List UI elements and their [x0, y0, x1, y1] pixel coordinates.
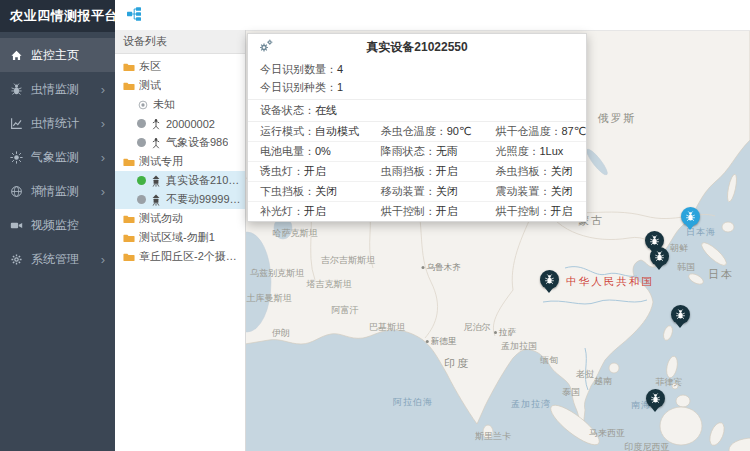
folder-icon: [123, 80, 135, 92]
device-tree-row[interactable]: 测试区域-勿删1: [115, 228, 245, 247]
field-label: 烘干控制：: [495, 205, 550, 217]
recognition-count-row: 今日识别数量：4: [248, 60, 586, 78]
device-detail-popup: 真实设备21022550 今日识别数量：4今日识别种类：1 设备状态：在线 运行…: [247, 33, 587, 222]
chevron-right-icon: ›: [101, 83, 105, 96]
field-label: 杀虫挡板：: [495, 165, 550, 177]
folder-icon: [123, 156, 135, 168]
device-tree-label: 东区: [139, 59, 161, 74]
sidebar-item[interactable]: 气象监测›: [0, 140, 115, 174]
device-tree-row[interactable]: 未知: [115, 95, 245, 114]
folder-icon: [123, 232, 135, 244]
field-value: 关闭: [315, 185, 337, 197]
map-marker-device[interactable]: [671, 305, 690, 324]
sidebar-item-label: 虫情统计: [31, 115, 101, 132]
metric-cell: 烘干控制：开启: [369, 204, 484, 219]
device-status-row: 设备状态：在线: [248, 99, 586, 122]
sidebar-item-label: 系统管理: [31, 251, 101, 268]
metric-cell: 运行模式：自动模式: [248, 124, 369, 139]
device-tree-label: 不要动99999999: [166, 192, 245, 207]
device-tree-row[interactable]: 不要动99999999: [115, 190, 245, 209]
metric-row: 诱虫灯：开启虫雨挡板：开启杀虫挡板：关闭: [248, 162, 586, 182]
metric-cell: 下虫挡板：关闭: [248, 184, 369, 199]
metric-cell: 杀虫挡板：关闭: [483, 164, 586, 179]
field-value: 关闭: [550, 165, 572, 177]
popup-title: 真实设备21022550: [366, 39, 467, 56]
field-label: 运行模式：: [260, 125, 315, 137]
gear-icon: [10, 253, 23, 266]
recognition-count-row: 今日识别种类：1: [248, 78, 586, 96]
sidebar-item-label: 虫情监测: [31, 81, 101, 98]
metric-cell: 光照度：1Lux: [483, 144, 586, 159]
sidebar-item[interactable]: 系统管理›: [0, 242, 115, 276]
field-value: 关闭: [436, 185, 458, 197]
metric-row: 运行模式：自动模式杀虫仓温度：90℃烘干仓温度：87℃: [248, 122, 586, 142]
tree-toggle-icon: [126, 6, 142, 22]
sidebar-menu: 监控主页虫情监测›虫情统计›气象监测›墒情监测›视频监控系统管理›: [0, 32, 115, 276]
field-label: 杀虫仓温度：: [381, 125, 447, 137]
device-tree-row[interactable]: 20000002: [115, 114, 245, 133]
metric-cell: 诱虫灯：开启: [248, 164, 369, 179]
sidebar-item[interactable]: 虫情监测›: [0, 72, 115, 106]
sidebar-item-label: 气象监测: [31, 149, 101, 166]
device-metrics-grid: 运行模式：自动模式杀虫仓温度：90℃烘干仓温度：87℃电池电量：0%降雨状态：无…: [248, 122, 586, 221]
field-label: 补光灯：: [260, 205, 304, 217]
device-tree-label: 20000002: [166, 118, 215, 130]
popup-header: 真实设备21022550: [248, 34, 586, 60]
metric-row: 补光灯：开启烘干控制：开启烘干控制：开启: [248, 202, 586, 221]
device-tree-row[interactable]: 测试专用: [115, 152, 245, 171]
field-value: 在线: [315, 104, 337, 116]
sidebar-item-label: 监控主页: [31, 47, 105, 64]
trap-icon: [150, 175, 162, 187]
sidebar-item-label: 墒情监测: [31, 183, 101, 200]
device-panel-toggle-button[interactable]: [125, 6, 143, 24]
field-value: 87℃: [561, 125, 586, 137]
station-icon: [150, 118, 162, 130]
field-label: 虫雨挡板：: [381, 165, 436, 177]
folder-icon: [123, 213, 135, 225]
field-value: 90℃: [447, 125, 472, 137]
bug-icon: [650, 393, 661, 404]
offline-status-dot: [137, 138, 146, 147]
field-label: 今日识别数量：: [260, 63, 337, 75]
field-value: 开启: [436, 205, 458, 217]
device-tree-row[interactable]: 测试勿动: [115, 209, 245, 228]
field-label: 烘干仓温度：: [495, 125, 561, 137]
map-marker-blue[interactable]: [681, 207, 700, 226]
device-list-title: 设备列表: [115, 30, 245, 54]
field-value: 1: [337, 81, 343, 93]
device-tree-row[interactable]: 东区: [115, 57, 245, 76]
device-tree-label: 测试: [139, 78, 161, 93]
device-tree-row[interactable]: 测试: [115, 76, 245, 95]
bug-icon: [654, 251, 665, 262]
map-marker-device[interactable]: [540, 270, 559, 289]
station-icon: [150, 137, 162, 149]
metric-cell: 移动装置：关闭: [369, 184, 484, 199]
metric-cell: 烘干仓温度：87℃: [483, 124, 586, 139]
metric-cell: 电池电量：0%: [248, 144, 369, 159]
trap-icon: [150, 194, 162, 206]
sidebar-item[interactable]: 监控主页: [0, 38, 115, 72]
signal-icon: [137, 99, 149, 111]
device-tree: 东区测试未知20000002气象设备986测试专用真实设备21022550不要动…: [115, 54, 245, 266]
map-marker-device[interactable]: [650, 247, 669, 266]
field-value: 开启: [550, 205, 572, 217]
sidebar-item[interactable]: 视频监控: [0, 208, 115, 242]
field-value: 开启: [304, 205, 326, 217]
popup-counts: 今日识别数量：4今日识别种类：1: [248, 60, 586, 96]
sidebar-item[interactable]: 墒情监测›: [0, 174, 115, 208]
device-settings-button[interactable]: [257, 38, 275, 56]
sidebar: 农业四情测报平台 监控主页虫情监测›虫情统计›气象监测›墒情监测›视频监控系统管…: [0, 0, 115, 451]
sidebar-item[interactable]: 虫情统计›: [0, 106, 115, 140]
field-label: 下虫挡板：: [260, 185, 315, 197]
device-tree-row[interactable]: 章丘阳丘区-2个摄像头: [115, 247, 245, 266]
chevron-right-icon: ›: [101, 117, 105, 130]
folder-icon: [123, 61, 135, 73]
metric-row: 下虫挡板：关闭移动装置：关闭震动装置：关闭: [248, 182, 586, 202]
map-marker-device[interactable]: [646, 389, 665, 408]
app-title: 农业四情测报平台: [0, 0, 115, 32]
metric-cell: 杀虫仓温度：90℃: [369, 124, 484, 139]
field-value: 关闭: [550, 185, 572, 197]
bug-icon: [649, 235, 660, 246]
device-tree-row[interactable]: 气象设备986: [115, 133, 245, 152]
device-tree-row[interactable]: 真实设备21022550: [115, 171, 245, 190]
